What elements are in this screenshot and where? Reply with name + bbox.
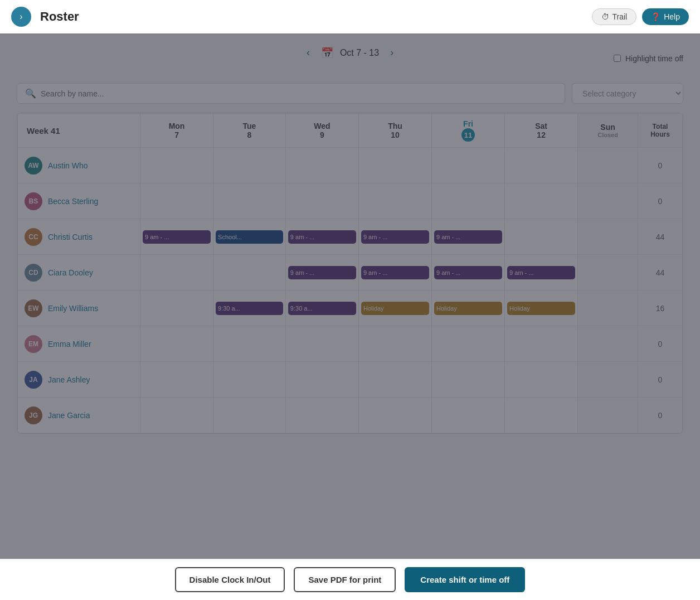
shift-block[interactable]: Holiday [361, 302, 429, 315]
sun-cell[interactable] [578, 326, 638, 362]
thu-cell[interactable]: Holiday [358, 291, 431, 326]
sun-cell[interactable] [578, 183, 638, 219]
sat-cell[interactable] [505, 148, 578, 183]
employee-name-label: Emily Williams [48, 304, 98, 313]
sun-cell[interactable] [578, 255, 638, 291]
sat-cell[interactable]: Holiday [505, 291, 578, 326]
sun-cell[interactable] [578, 148, 638, 183]
prev-week-button[interactable]: ‹ [302, 45, 314, 61]
wed-cell[interactable] [285, 183, 358, 219]
shift-block[interactable]: 9 am - ... [434, 230, 502, 244]
shift-block[interactable]: 9:30 a... [288, 302, 356, 315]
wed-cell[interactable] [285, 398, 358, 433]
fri-cell[interactable] [432, 398, 505, 433]
trail-button[interactable]: ⏱ Trail [592, 8, 637, 25]
wed-cell[interactable]: 9:30 a... [285, 291, 358, 326]
fri-cell[interactable]: Holiday [432, 291, 505, 326]
wed-cell[interactable] [285, 326, 358, 362]
bottom-bar: Disable Clock In/Out Save PDF for print … [0, 559, 700, 600]
total-header: TotalHours [638, 114, 683, 148]
wed-cell[interactable]: 9 am - ... [285, 219, 358, 255]
sat-cell[interactable] [505, 398, 578, 433]
employee-name[interactable]: CD Ciara Dooley [25, 264, 138, 282]
tue-cell[interactable] [213, 326, 286, 362]
fri-cell[interactable] [432, 326, 505, 362]
thu-cell[interactable] [358, 326, 431, 362]
tue-cell[interactable] [213, 255, 286, 291]
tue-cell[interactable]: 9:30 a... [213, 291, 286, 326]
tue-cell[interactable] [213, 362, 286, 398]
fri-cell[interactable] [432, 183, 505, 219]
sat-cell[interactable] [505, 183, 578, 219]
mon-cell[interactable] [140, 255, 213, 291]
thu-cell[interactable]: 9 am - ... [358, 255, 431, 291]
sun-cell[interactable] [578, 291, 638, 326]
date-nav: ‹ 📅 Oct 7 - 13 › [302, 45, 398, 61]
shift-block[interactable]: 9:30 a... [216, 302, 283, 315]
tue-cell[interactable] [213, 398, 286, 433]
mon-cell[interactable] [140, 326, 213, 362]
wed-cell[interactable] [285, 148, 358, 183]
fri-cell[interactable]: 9 am - ... [432, 255, 505, 291]
mon-cell[interactable] [140, 148, 213, 183]
mon-cell[interactable] [140, 398, 213, 433]
week-header: Week 41 [18, 114, 140, 148]
employee-name[interactable]: CC Christi Curtis [25, 228, 138, 246]
employee-name[interactable]: JG Jane Garcia [25, 407, 138, 424]
shift-block[interactable]: Holiday [434, 302, 502, 315]
sat-cell[interactable] [505, 219, 578, 255]
sat-cell[interactable]: 9 am - ... [505, 255, 578, 291]
sat-cell[interactable] [505, 362, 578, 398]
mon-cell[interactable] [140, 362, 213, 398]
search-input[interactable] [41, 89, 557, 98]
thu-cell[interactable] [358, 183, 431, 219]
thu-cell[interactable] [358, 148, 431, 183]
thu-cell[interactable] [358, 362, 431, 398]
employee-name[interactable]: AW Austin Who [25, 157, 138, 175]
wed-cell[interactable]: 9 am - ... [285, 255, 358, 291]
mon-cell[interactable]: 9 am - ... [140, 219, 213, 255]
avatar: BS [25, 192, 42, 210]
thu-cell[interactable] [358, 398, 431, 433]
mon-cell[interactable] [140, 291, 213, 326]
tue-cell[interactable] [213, 183, 286, 219]
shift-block[interactable]: 9 am - ... [361, 266, 429, 279]
mon-cell[interactable] [140, 183, 213, 219]
search-icon: 🔍 [25, 88, 36, 99]
sidebar-toggle-button[interactable]: › [11, 7, 31, 27]
employee-name[interactable]: JA Jane Ashley [25, 371, 138, 389]
fri-cell[interactable]: 9 am - ... [432, 219, 505, 255]
tue-cell[interactable]: School... [213, 219, 286, 255]
date-range-label: Oct 7 - 13 [340, 48, 379, 58]
avatar: JA [25, 371, 42, 389]
shift-block[interactable]: 9 am - ... [507, 266, 575, 279]
disable-clock-button[interactable]: Disable Clock In/Out [175, 567, 285, 592]
shift-block[interactable]: 9 am - ... [288, 230, 356, 244]
highlight-checkbox[interactable] [614, 55, 621, 62]
category-select[interactable]: Select category [572, 83, 683, 104]
sat-cell[interactable] [505, 326, 578, 362]
thu-cell[interactable]: 9 am - ... [358, 219, 431, 255]
employee-name[interactable]: EM Emma Miller [25, 335, 138, 353]
fri-cell[interactable] [432, 362, 505, 398]
calendar-icon[interactable]: 📅 [321, 47, 333, 59]
shift-block[interactable]: Holiday [507, 302, 575, 315]
wed-cell[interactable] [285, 362, 358, 398]
sun-cell[interactable] [578, 362, 638, 398]
sun-cell[interactable] [578, 398, 638, 433]
fri-cell[interactable] [432, 148, 505, 183]
shift-block[interactable]: 9 am - ... [361, 230, 429, 244]
tue-cell[interactable] [213, 148, 286, 183]
shift-block[interactable]: 9 am - ... [434, 266, 502, 279]
help-button[interactable]: ❓ Help [642, 8, 689, 25]
save-pdf-button[interactable]: Save PDF for print [294, 567, 396, 592]
help-icon: ❓ [651, 12, 660, 21]
create-shift-button[interactable]: Create shift or time off [405, 567, 525, 592]
employee-name[interactable]: EW Emily Williams [25, 299, 138, 317]
shift-block[interactable]: School... [216, 230, 283, 244]
shift-block[interactable]: 9 am - ... [143, 230, 211, 244]
employee-name[interactable]: BS Becca Sterling [25, 192, 138, 210]
next-week-button[interactable]: › [386, 45, 398, 61]
sun-cell[interactable] [578, 219, 638, 255]
shift-block[interactable]: 9 am - ... [288, 266, 356, 279]
